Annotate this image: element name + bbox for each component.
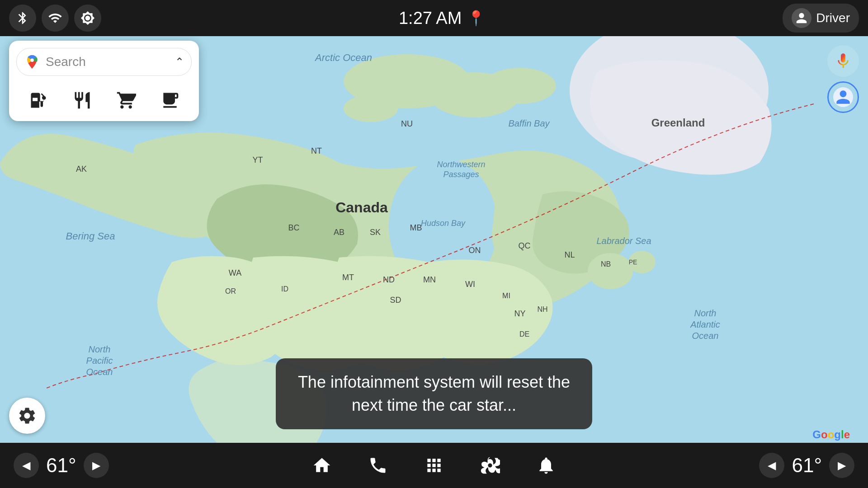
baffin-bay-label: Baffin Bay <box>508 118 550 128</box>
phone-icon <box>368 455 388 475</box>
search-bar[interactable]: Search ⌃ <box>16 48 192 76</box>
sd-label: SD <box>390 296 401 305</box>
nl-label: NL <box>564 250 575 259</box>
pe-label: PE <box>629 258 637 266</box>
phone-button[interactable] <box>363 451 392 480</box>
fan-icon <box>480 455 500 475</box>
notifications-button[interactable] <box>532 451 561 480</box>
top-bar: 1:27 AM 📍 Driver <box>0 0 868 36</box>
profile-map-button[interactable] <box>827 81 859 113</box>
temp-left-prev-button[interactable]: ◀ <box>14 453 39 478</box>
nt-label: NT <box>311 146 322 155</box>
bc-label: BC <box>288 223 299 232</box>
grocery-icon <box>116 90 136 110</box>
brightness-icon <box>80 11 95 25</box>
right-temperature: 61° <box>792 454 822 477</box>
brightness-button[interactable] <box>74 5 101 32</box>
bering-sea-label: Bering Sea <box>66 230 115 242</box>
gas-station-icon <box>28 90 48 110</box>
driver-label: Driver <box>816 11 850 25</box>
fan-button[interactable] <box>476 451 505 480</box>
yt-label: YT <box>252 155 263 164</box>
map-controls-top-right <box>827 45 859 113</box>
wi-label: WI <box>465 280 475 289</box>
wifi-icon <box>48 11 62 25</box>
svg-point-14 <box>30 59 34 62</box>
ab-label: AB <box>334 228 344 237</box>
hudson-bay-label: Hudson Bay <box>421 219 466 228</box>
canada-label: Canada <box>335 199 388 216</box>
settings-button[interactable] <box>9 398 45 434</box>
arrow-left-icon: ◀ <box>22 459 30 472</box>
arrow-left-icon-right: ◀ <box>768 459 776 472</box>
arrow-right-icon-right: ▶ <box>838 459 846 472</box>
maps-logo-icon <box>24 54 40 70</box>
mi-label: MI <box>502 292 510 300</box>
apps-icon <box>424 455 444 475</box>
svg-point-5 <box>344 95 398 122</box>
bluetooth-button[interactable] <box>9 5 36 32</box>
svg-text:Passages: Passages <box>443 170 479 179</box>
collapse-icon[interactable]: ⌃ <box>175 56 184 68</box>
labrador-sea-label: Labrador Sea <box>596 236 651 246</box>
apps-button[interactable] <box>420 451 448 480</box>
toast-message: The infotainment system will reset the n… <box>296 371 572 417</box>
mb-label: MB <box>410 223 422 232</box>
bell-icon <box>536 455 556 475</box>
temp-left-next-button[interactable]: ▶ <box>84 453 109 478</box>
home-button[interactable] <box>307 451 336 480</box>
nu-label: NU <box>401 119 413 128</box>
restaurant-icon <box>72 90 92 110</box>
svg-text:Pacific: Pacific <box>86 356 113 366</box>
svg-text:Ocean: Ocean <box>692 331 719 341</box>
home-icon <box>312 455 332 475</box>
coffee-icon <box>160 90 180 110</box>
arrow-right-icon-left: ▶ <box>92 459 100 472</box>
nw-passages-label: Northwestern <box>437 160 485 169</box>
mn-label: MN <box>423 275 436 284</box>
gas-station-shortcut[interactable] <box>25 87 52 114</box>
grocery-shortcut[interactable] <box>113 87 140 114</box>
microphone-button[interactable] <box>827 45 859 77</box>
sk-label: SK <box>370 228 381 237</box>
wa-label: WA <box>229 268 241 277</box>
settings-icon <box>17 406 37 426</box>
svg-point-7 <box>588 253 633 289</box>
clock-display: 1:27 AM <box>399 9 462 28</box>
bluetooth-icon <box>15 11 30 25</box>
or-label: OR <box>225 287 236 295</box>
wifi-button[interactable] <box>42 5 69 32</box>
coffee-shortcut[interactable] <box>156 87 184 114</box>
de-label: DE <box>519 330 529 338</box>
on-label: ON <box>469 246 481 255</box>
temp-right-prev-button[interactable]: ◀ <box>759 453 784 478</box>
left-temperature: 61° <box>46 454 76 477</box>
search-shortcuts <box>16 81 192 114</box>
top-bar-right: Driver <box>783 4 859 33</box>
nb-label: NB <box>601 260 611 268</box>
bottom-bar: ◀ 61° ▶ <box>0 443 868 488</box>
bottom-right-controls: ◀ 61° ▶ <box>759 453 854 478</box>
profile-map-icon <box>833 87 853 107</box>
restaurant-shortcut[interactable] <box>69 87 96 114</box>
bottom-left-controls: ◀ 61° ▶ <box>14 453 109 478</box>
microphone-icon <box>834 52 852 70</box>
arctic-ocean-label: Arctic Ocean <box>314 52 372 63</box>
driver-button[interactable]: Driver <box>783 4 859 33</box>
driver-avatar <box>792 8 811 28</box>
ak-label: AK <box>76 164 87 174</box>
mt-label: MT <box>342 273 354 282</box>
svg-text:Atlantic: Atlantic <box>690 319 720 329</box>
temp-right-next-button[interactable]: ▶ <box>829 453 854 478</box>
search-placeholder: Search <box>46 55 170 69</box>
north-pacific-label: North <box>89 344 111 354</box>
google-logo-map: Google <box>812 428 850 441</box>
location-icon: 📍 <box>467 9 485 27</box>
qc-label: QC <box>519 241 531 250</box>
ny-label: NY <box>514 309 525 318</box>
greenland-label: Greenland <box>651 117 705 129</box>
nh-label: NH <box>537 305 547 313</box>
notification-toast: The infotainment system will reset the n… <box>276 358 592 429</box>
id-label: ID <box>281 285 288 293</box>
bottom-center-controls <box>307 451 561 480</box>
